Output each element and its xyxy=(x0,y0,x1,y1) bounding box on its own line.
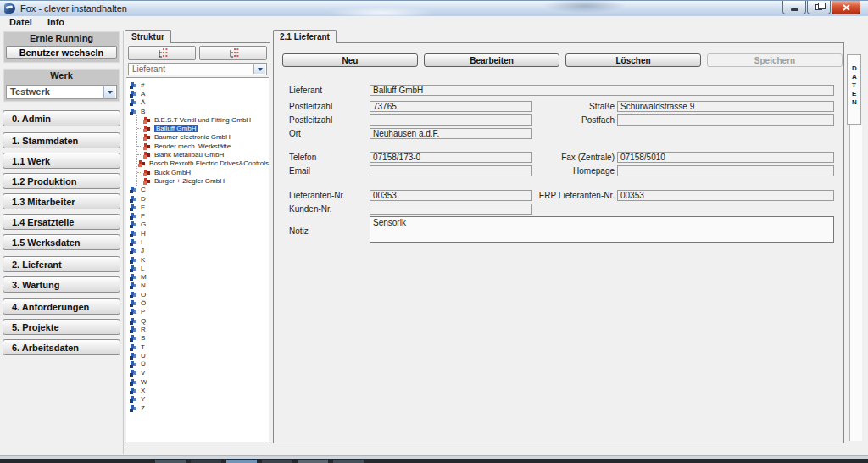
tree-letter[interactable]: T xyxy=(126,343,269,351)
taskbar-item[interactable] xyxy=(155,460,186,463)
nav-admin[interactable]: 0. Admin xyxy=(3,110,120,126)
taskbar-item[interactable] xyxy=(226,460,257,463)
nav-projekte[interactable]: 5. Projekte xyxy=(3,319,120,335)
tab-struktur[interactable]: Struktur xyxy=(125,30,171,43)
switch-user-button[interactable]: Benutzer wechseln xyxy=(6,46,117,59)
tree-letter[interactable]: Ü xyxy=(126,360,269,369)
category-icon xyxy=(130,247,137,254)
tree-letter[interactable]: K xyxy=(126,255,269,264)
neu-button[interactable]: Neu xyxy=(282,53,418,67)
tree-letter[interactable]: S xyxy=(126,334,269,343)
tree-letter[interactable]: D xyxy=(126,194,269,203)
tree-company[interactable]: Bender mech. Werkstätte xyxy=(137,142,269,150)
tree-company[interactable]: Baumer electronic GmbH xyxy=(137,133,269,142)
nav-produktion[interactable]: 1.2 Produktion xyxy=(3,173,120,189)
email-input[interactable] xyxy=(370,165,532,176)
tree-letter[interactable]: C xyxy=(126,186,269,194)
nav-werk[interactable]: 1.1 Werk xyxy=(3,153,120,169)
tree-letter[interactable]: L xyxy=(126,264,269,272)
tree-company[interactable]: Blank Metallbau GmbH xyxy=(137,150,269,159)
category-icon xyxy=(130,90,137,98)
tree-company-selected[interactable]: Balluff GmbH xyxy=(137,124,269,132)
title-bar[interactable]: Fox - clever instandhalten xyxy=(0,0,868,16)
tree-company[interactable]: Bosch Rexroth Electric Drives&Controls xyxy=(137,159,269,168)
ort-input[interactable] xyxy=(370,128,532,139)
tree-letter[interactable]: M xyxy=(126,273,269,282)
notiz-textarea[interactable]: Sensorik xyxy=(370,216,834,243)
lieferanten-nr-input[interactable] xyxy=(370,190,532,201)
bearbeiten-button[interactable]: Bearbeiten xyxy=(424,53,559,67)
tree-letter[interactable]: I xyxy=(126,237,269,246)
lieferanten-nr-label: Lieferanten-Nr. xyxy=(289,190,345,201)
tree-letter[interactable]: # xyxy=(126,81,269,89)
menu-bar: Datei Info xyxy=(0,16,868,28)
tree-letter[interactable]: V xyxy=(126,369,269,377)
tree-letter[interactable]: E xyxy=(126,203,269,211)
tree-letter[interactable]: U xyxy=(126,351,269,360)
minimize-button[interactable] xyxy=(782,1,806,14)
tree-letter[interactable]: P xyxy=(126,308,269,316)
supplier-tree[interactable]: # A Ä B B.E.S.T Ventil und Fitting GmbH … xyxy=(126,77,269,442)
taskbar[interactable] xyxy=(0,459,868,463)
tree-letter[interactable]: Y xyxy=(126,395,269,404)
tree-letter[interactable]: A xyxy=(126,89,269,98)
tree-letter[interactable]: Z xyxy=(126,404,269,412)
nav-werksdaten[interactable]: 1.5 Werksdaten xyxy=(3,234,120,250)
postleitzahl2-input[interactable] xyxy=(370,114,532,126)
tree-letter[interactable]: N xyxy=(126,282,269,290)
taskbar-item[interactable] xyxy=(333,460,364,463)
tree-letter-expanded[interactable]: B xyxy=(126,107,269,115)
nav-anforderungen[interactable]: 4. Anforderungen xyxy=(3,298,120,315)
daten-side-tab[interactable]: DATEN xyxy=(847,54,861,125)
email-label: Email xyxy=(289,165,310,176)
menu-info[interactable]: Info xyxy=(40,16,72,28)
postleitzahl2-label: Postleitzahl xyxy=(289,114,332,126)
loeschen-button[interactable]: Löschen xyxy=(565,53,701,67)
tree-letter[interactable]: Ö xyxy=(126,298,269,307)
tree-company[interactable]: Buck GmbH xyxy=(137,168,269,176)
nav-lieferant[interactable]: 2. Lieferant xyxy=(3,256,120,272)
tree-letter[interactable]: O xyxy=(126,290,269,298)
close-button[interactable] xyxy=(832,1,860,14)
telefon-input[interactable] xyxy=(370,152,532,163)
kunden-nr-input[interactable] xyxy=(370,204,532,215)
nav-stammdaten[interactable]: 1. Stammdaten xyxy=(3,132,120,148)
erp-lieferanten-nr-input[interactable] xyxy=(617,190,834,201)
werk-dropdown-button[interactable] xyxy=(103,86,115,98)
tree-letter[interactable]: W xyxy=(126,377,269,386)
taskbar-item[interactable] xyxy=(262,460,292,463)
restore-button[interactable] xyxy=(807,1,831,14)
fax-input[interactable] xyxy=(617,152,834,163)
tree-filter-select[interactable]: Lieferant xyxy=(128,63,267,75)
tree-letter[interactable]: F xyxy=(126,211,269,220)
strasse-input[interactable] xyxy=(617,101,834,112)
structure-panel: Lieferant # A Ä B B.E.S.T Ventil und Fit… xyxy=(125,42,270,443)
homepage-input[interactable] xyxy=(617,165,834,176)
tab-lieferant[interactable]: 2.1 Lieferant xyxy=(273,30,337,43)
tree-filter-dropdown-button[interactable] xyxy=(253,64,265,74)
postleitzahl1-input[interactable] xyxy=(370,101,532,112)
tree-letter[interactable]: R xyxy=(126,325,269,333)
tree-letter[interactable]: Ä xyxy=(126,98,269,107)
nav-ersatzteile[interactable]: 1.4 Ersatzteile xyxy=(3,214,120,230)
taskbar-item[interactable] xyxy=(191,460,221,463)
nav-mitarbeiter[interactable]: 1.3 Mitarbeiter xyxy=(3,193,120,209)
expand-tree-button[interactable] xyxy=(128,46,196,60)
tree-letter[interactable]: G xyxy=(126,220,269,229)
menu-datei[interactable]: Datei xyxy=(2,16,40,28)
tree-company[interactable]: B.E.S.T Ventil und Fitting GmbH xyxy=(137,115,269,124)
tree-letter-label: I xyxy=(141,238,142,246)
tree-letter[interactable]: J xyxy=(126,247,269,255)
postfach-input[interactable] xyxy=(617,114,834,126)
tree-letter[interactable]: X xyxy=(126,386,269,394)
tree-company[interactable]: Burger + Ziegler GmbH xyxy=(137,176,269,185)
nav-arbeitsdaten[interactable]: 6. Arbeitsdaten xyxy=(3,339,120,355)
werk-select[interactable]: Testwerk xyxy=(6,85,117,99)
category-icon xyxy=(130,265,137,272)
tree-letter[interactable]: Q xyxy=(126,316,269,325)
collapse-tree-button[interactable] xyxy=(199,46,267,60)
lieferant-input[interactable] xyxy=(370,85,834,96)
nav-wartung[interactable]: 3. Wartung xyxy=(3,276,120,293)
taskbar-item[interactable] xyxy=(298,460,328,463)
tree-letter[interactable]: H xyxy=(126,229,269,237)
